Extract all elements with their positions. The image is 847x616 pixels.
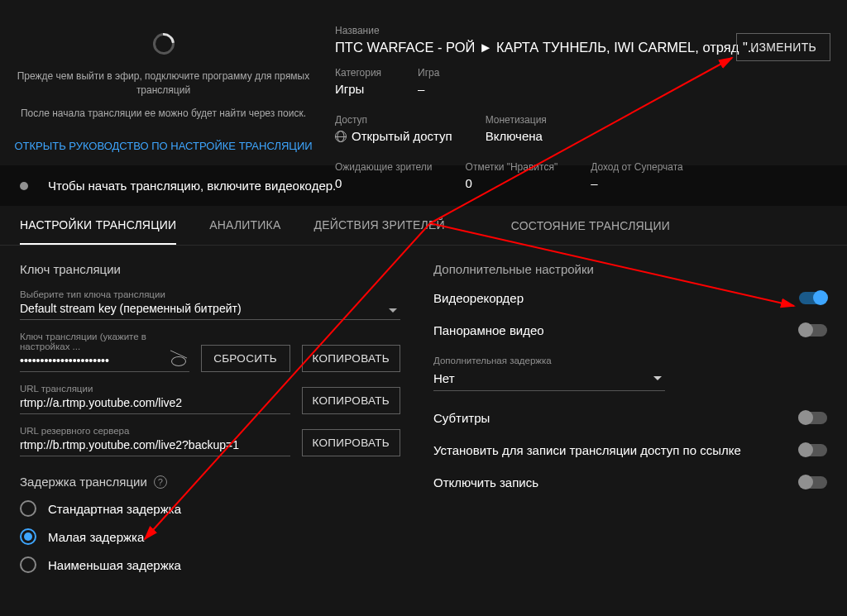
game-value: –	[418, 82, 467, 96]
chevron-down-icon	[389, 308, 397, 313]
reset-key-button[interactable]: СБРОСИТЬ	[201, 345, 290, 372]
tab-analytics[interactable]: АНАЛИТИКА	[209, 207, 280, 245]
stream-key-section-title: Ключ трансляции	[20, 262, 400, 276]
stream-url-value: rtmp://a.rtmp.youtube.com/live2	[20, 396, 290, 409]
monetization-label: Монетизация	[486, 114, 547, 126]
stream-url-field[interactable]: URL трансляции rtmp://a.rtmp.youtube.com…	[20, 384, 290, 414]
unlisted-replay-label: Установить для записи трансляции доступ …	[433, 443, 741, 457]
game-label: Игра	[418, 67, 467, 79]
stream-key-field[interactable]: Ключ трансляции (укажите в настройках ..…	[20, 332, 189, 372]
copy-key-button[interactable]: КОПИРОВАТЬ	[302, 345, 400, 372]
likes-label: Отметки "Нравится"	[466, 161, 558, 173]
backup-url-value: rtmp://b.rtmp.youtube.com/live2?backup=1	[20, 438, 290, 451]
waiting-value: 0	[335, 176, 433, 190]
dvr-label: Видеорекордер	[433, 291, 524, 305]
disable-record-toggle[interactable]	[799, 476, 827, 489]
radio-icon	[20, 500, 36, 517]
backup-url-label: URL резервного сервера	[20, 426, 290, 436]
copy-url-button[interactable]: КОПИРОВАТЬ	[302, 387, 400, 414]
latency-low-label: Малая задержка	[48, 530, 144, 544]
superchat-value: –	[591, 176, 683, 190]
chevron-down-icon	[653, 376, 662, 380]
stream-key-type-select[interactable]: Выберите тип ключа трансляции Default st…	[20, 289, 400, 320]
access-label: Доступ	[335, 114, 452, 126]
radio-checked-icon	[20, 528, 36, 545]
stream-info-panel: Название ПТС WARFACE - РОЙ ► КАРТА ТУННЕ…	[327, 0, 847, 165]
category-value: Игры	[335, 82, 385, 96]
preview-text-2: После начала трансляции ее можно будет н…	[8, 107, 318, 121]
stream-url-label: URL трансляции	[20, 384, 290, 394]
stream-key-type-value: Default stream key (переменный битрейт)	[20, 302, 400, 315]
status-message: Чтобы начать трансляцию, включите видеок…	[48, 179, 336, 193]
disable-record-label: Отключить запись	[433, 475, 538, 489]
latency-low-radio[interactable]: Малая задержка	[20, 528, 400, 545]
open-guide-link[interactable]: ОТКРЫТЬ РУКОВОДСТВО ПО НАСТРОЙКЕ ТРАНСЛЯ…	[8, 139, 318, 155]
vr-toggle[interactable]	[799, 324, 827, 337]
latency-ultralow-label: Наименьшая задержка	[48, 558, 181, 572]
latency-standard-label: Стандартная задержка	[48, 502, 181, 516]
subtitles-label: Субтитры	[433, 411, 490, 425]
help-icon[interactable]: ?	[154, 475, 167, 489]
extra-delay-value: Нет	[433, 371, 455, 385]
stream-key-value: ••••••••••••••••••••••	[20, 354, 189, 367]
backup-url-field[interactable]: URL резервного сервера rtmp://b.rtmp.you…	[20, 426, 290, 456]
latency-section-title: Задержка трансляции	[20, 475, 147, 489]
tab-viewer-actions[interactable]: ДЕЙСТВИЯ ЗРИТЕЛЕЙ	[314, 207, 445, 245]
copy-backup-button[interactable]: КОПИРОВАТЬ	[302, 429, 400, 456]
dvr-toggle[interactable]	[799, 292, 827, 304]
latency-ultralow-radio[interactable]: Наименьшая задержка	[20, 556, 400, 573]
radio-icon	[20, 556, 36, 573]
additional-settings-title: Дополнительные настройки	[433, 262, 827, 276]
latency-standard-radio[interactable]: Стандартная задержка	[20, 500, 400, 517]
unlisted-replay-toggle[interactable]	[799, 444, 827, 456]
stream-key-label: Ключ трансляции (укажите в настройках ..…	[20, 332, 189, 351]
tab-stream-health[interactable]: СОСТОЯНИЕ ТРАНСЛЯЦИИ	[511, 208, 670, 244]
visibility-off-icon[interactable]	[171, 356, 186, 366]
waiting-label: Ожидающие зрители	[335, 161, 433, 173]
globe-icon	[335, 131, 347, 142]
edit-button[interactable]: ИЗМЕНИТЬ	[736, 33, 830, 61]
stream-key-type-label: Выберите тип ключа трансляции	[20, 289, 400, 299]
category-label: Категория	[335, 67, 385, 79]
preview-text-1: Прежде чем выйти в эфир, подключите прог…	[8, 69, 318, 98]
monetization-value: Включена	[486, 129, 547, 143]
subtitles-toggle[interactable]	[799, 412, 827, 424]
extra-delay-select[interactable]: Нет	[433, 368, 665, 391]
access-value: Открытый доступ	[352, 129, 452, 143]
status-dot-icon	[20, 182, 28, 190]
tabs: НАСТРОЙКИ ТРАНСЛЯЦИИ АНАЛИТИКА ДЕЙСТВИЯ …	[0, 206, 847, 246]
extra-delay-label: Дополнительная задержка	[433, 356, 827, 365]
tab-stream-settings[interactable]: НАСТРОЙКИ ТРАНСЛЯЦИИ	[20, 207, 176, 245]
loading-spinner-icon	[148, 29, 179, 60]
superchat-label: Доход от Суперчата	[591, 161, 683, 173]
likes-value: 0	[466, 176, 558, 190]
preview-panel: Прежде чем выйти в эфир, подключите прог…	[0, 0, 327, 165]
vr-label: Панорамное видео	[433, 323, 544, 337]
